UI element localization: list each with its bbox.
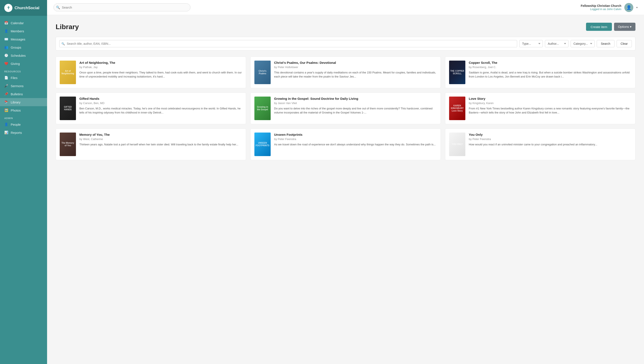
category-filter-select[interactable]: Category...: [570, 40, 594, 47]
book-card-unseen-footprints[interactable]: UNSEEN FOOTPRINTS Unseen Footprints by P…: [250, 129, 441, 160]
topbar-search: 🔍: [54, 4, 190, 11]
book-description: This devotional contains a year's supply…: [274, 71, 437, 79]
book-cover: GIFTED HANDS: [60, 97, 76, 120]
topbar: 🔍 Fellowship Christian Church Logged in …: [47, 0, 644, 15]
book-card-copper-scroll[interactable]: THE COPPER SCROLL Copper Scroll, The by …: [445, 57, 636, 88]
sidebar-item-messages[interactable]: ✉️ Messages: [0, 35, 47, 43]
book-description: Once upon a time, people knew their neig…: [80, 71, 242, 79]
book-card-art-of-neighboring[interactable]: Art of Neighboring Art of Neighboring, T…: [56, 57, 246, 88]
files-icon: 📄: [4, 76, 8, 80]
book-info: Gifted Hands by Carson, Ben, MD Ben Cars…: [80, 97, 242, 120]
resources-section-label: RESOURCES: [0, 68, 47, 74]
book-title: Unseen Footprints: [274, 133, 437, 137]
book-cover-text: THE COPPER SCROLL: [449, 61, 465, 84]
book-title: Love Story: [469, 97, 632, 101]
giving-icon: ❤️: [4, 62, 8, 66]
search-input[interactable]: [54, 4, 190, 11]
book-cover-text: GIFTED HANDS: [60, 97, 76, 120]
sidebar-item-files[interactable]: 📄 Files: [0, 74, 47, 82]
sidebar-item-bulletins[interactable]: 📌 Bulletins: [0, 90, 47, 98]
book-cover-text: KAREN KINGSBURY Love Story: [449, 97, 465, 120]
book-description: From #1 New York Times bestselling autho…: [469, 106, 632, 115]
sidebar-item-schedules[interactable]: 🕐 Schedules: [0, 51, 47, 60]
sidebar-item-members[interactable]: 👤 Members: [0, 27, 47, 35]
sidebar-item-label: Members: [11, 29, 24, 33]
book-cover-text: UNSEEN FOOTPRINTS: [254, 133, 271, 156]
sidebar-item-label: Calendar: [11, 21, 24, 25]
book-description: As we travel down the road of experience…: [274, 142, 437, 147]
avatar: 👤: [624, 3, 633, 12]
sidebar-item-label: Bulletins: [11, 92, 23, 96]
book-info: Unseen Footprints by Peter Feenstra As w…: [274, 133, 437, 156]
book-card-growing-gospel[interactable]: Growing in the Gospel Growing in the Gos…: [250, 93, 441, 124]
author-filter-select[interactable]: Author...: [545, 40, 568, 47]
logo-icon: ✝: [4, 4, 12, 12]
sidebar-item-photos[interactable]: 🖼️ Photos: [0, 106, 47, 114]
book-cover: The Memory of You: [60, 133, 76, 156]
logged-in-text: Logged in as John Calvin: [581, 8, 621, 11]
sidebar-logo[interactable]: ✝ ChurchSocial: [0, 0, 47, 16]
search-button[interactable]: Search: [597, 40, 614, 47]
admin-section-label: ADMIN: [0, 114, 47, 120]
search-icon: 🔍: [56, 6, 60, 10]
clear-button[interactable]: Clear: [616, 40, 632, 47]
book-title: Growing in the Gospel: Sound Doctrine fo…: [274, 97, 437, 101]
book-description: How would you react if an uninvited mini…: [469, 142, 632, 147]
book-description: Do you want to delve into the riches of …: [274, 106, 437, 115]
book-title: Art of Neighboring, The: [80, 61, 242, 65]
create-item-button[interactable]: Create item: [586, 23, 612, 31]
book-card-memory-of-you[interactable]: The Memory of You Memory of You, The by …: [56, 129, 246, 160]
filter-search-container: 🔍: [59, 40, 517, 47]
groups-icon: 👥: [4, 45, 8, 49]
sidebar-item-people[interactable]: 👤 People: [0, 120, 47, 129]
type-filter-select[interactable]: Type...: [519, 40, 543, 47]
sidebar-item-label: Library: [11, 100, 20, 104]
sidebar-item-calendar[interactable]: 📅 Calendar: [0, 19, 47, 27]
book-cover-text: The Memory of You: [60, 133, 76, 156]
book-cover-text: Art of Neighboring: [60, 61, 76, 84]
sidebar-item-label: Messages: [11, 38, 25, 41]
sidebar: ✝ ChurchSocial 📅 Calendar 👤 Members ✉️ M…: [0, 0, 47, 364]
book-author: by Jason Van Vliet: [274, 102, 437, 105]
topbar-right: Fellowship Christian Church Logged in as…: [581, 3, 638, 12]
people-icon: 👤: [4, 123, 8, 126]
chevron-down-icon[interactable]: ▾: [636, 6, 638, 9]
book-card-gifted-hands[interactable]: GIFTED HANDS Gifted Hands by Carson, Ben…: [56, 93, 246, 124]
book-info: You Only by Peter Feenstra How would you…: [469, 133, 632, 156]
calendar-icon: 📅: [4, 21, 8, 25]
book-info: Growing in the Gospel: Sound Doctrine fo…: [274, 97, 437, 120]
bulletins-icon: 📌: [4, 92, 8, 96]
filter-search-icon: 🔍: [62, 42, 65, 45]
sidebar-item-label: Reports: [11, 131, 22, 134]
book-cover: Christ's Psalms: [254, 61, 271, 84]
book-description: Thirteen years ago, Natalie lost a part …: [80, 142, 242, 147]
sidebar-item-sermons[interactable]: 🎤 Sermons: [0, 82, 47, 90]
book-title: Copper Scroll, The: [469, 61, 632, 65]
book-title: Christ's Psalms, Our Psalms: Devotional: [274, 61, 437, 65]
book-cover: THE COPPER SCROLL: [449, 61, 465, 84]
book-title: Gifted Hands: [80, 97, 242, 101]
book-card-you-only[interactable]: YOU ONLY You Only by Peter Feenstra How …: [445, 129, 636, 160]
book-info: Copper Scroll, The by Rosenberg, Joel C.…: [469, 61, 632, 84]
library-icon: 📚: [4, 100, 8, 104]
book-author: by Rosenberg, Joel C.: [469, 66, 632, 69]
logo-text: ChurchSocial: [14, 6, 39, 10]
sidebar-item-library[interactable]: 📚 Library: [0, 98, 47, 106]
book-author: by Peter Feenstra: [469, 137, 632, 141]
sidebar-item-groups[interactable]: 👥 Groups: [0, 43, 47, 51]
book-card-christs-psalms[interactable]: Christ's Psalms Christ's Psalms, Our Psa…: [250, 57, 441, 88]
book-card-love-story[interactable]: KAREN KINGSBURY Love Story Love Story by…: [445, 93, 636, 124]
book-author: by Peter Feenstra: [274, 137, 437, 141]
messages-icon: ✉️: [4, 37, 8, 41]
reports-icon: 📊: [4, 131, 8, 134]
sidebar-item-giving[interactable]: ❤️ Giving: [0, 60, 47, 68]
sidebar-item-reports[interactable]: 📊 Reports: [0, 129, 47, 137]
book-author: by Pathak, Jay: [80, 66, 242, 69]
book-cover-text: Growing in the Gospel: [254, 97, 271, 120]
filter-search-input[interactable]: [59, 40, 517, 47]
sidebar-item-label: Groups: [11, 46, 21, 49]
book-cover: YOU ONLY: [449, 133, 465, 156]
book-cover-text: Christ's Psalms: [254, 61, 271, 84]
options-button[interactable]: Options ▾: [614, 23, 636, 31]
book-info: Love Story by Kingsbury, Karen From #1 N…: [469, 97, 632, 120]
